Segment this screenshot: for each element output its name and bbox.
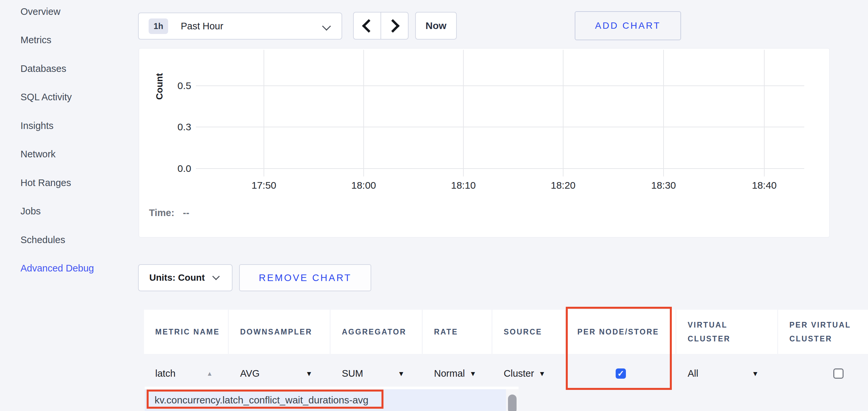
column-header-rate: RATE — [423, 310, 492, 354]
dropdown-scrollbar[interactable] — [506, 389, 519, 411]
dropdown-scrollbar-thumb[interactable] — [508, 395, 517, 411]
dropdown-arrow-up-icon[interactable]: ▲ — [207, 370, 213, 377]
remove-chart-button[interactable]: REMOVE CHART — [239, 264, 371, 291]
gridline — [196, 168, 804, 169]
sidebar-item-insights[interactable]: Insights — [0, 111, 139, 140]
dropdown-arrow-icon[interactable]: ▼ — [539, 370, 546, 377]
custom-chart-panel: Count 0.5 0.3 0.0 17:50 18:00 18:10 18:2… — [139, 48, 830, 238]
x-axis-tick: 18:10 — [440, 180, 487, 191]
per-node-store-cell: ✓ — [566, 356, 676, 390]
dropdown-arrow-icon[interactable]: ▼ — [398, 370, 405, 377]
y-axis-tick: 0.0 — [139, 163, 191, 174]
per-node-store-checkbox[interactable]: ✓ — [616, 369, 626, 379]
time-range-badge: 1h — [149, 19, 168, 34]
source-select[interactable]: Cluster ▼ — [492, 356, 565, 390]
add-chart-button[interactable]: ADD CHART — [575, 11, 681, 40]
per-virtual-cluster-checkbox[interactable]: ✓ — [833, 369, 843, 379]
units-dropdown-label: Units: Count — [149, 272, 205, 283]
gridline — [363, 50, 364, 176]
units-dropdown[interactable]: Units: Count — [138, 264, 232, 291]
y-axis-tick: 0.3 — [139, 122, 191, 133]
downsampler-select[interactable]: AVG ▼ — [229, 356, 330, 390]
aggregator-value: SUM — [342, 368, 363, 379]
sidebar-item-jobs[interactable]: Jobs — [0, 197, 139, 226]
chevron-down-icon — [212, 273, 220, 280]
time-next-button[interactable] — [381, 12, 409, 40]
downsampler-value: AVG — [240, 368, 259, 379]
time-prev-button[interactable] — [353, 12, 381, 40]
aggregator-select[interactable]: SUM ▼ — [331, 356, 422, 390]
dropdown-arrow-icon[interactable]: ▼ — [752, 370, 759, 377]
metric-suggestions-dropdown: kv.concurrency.latch_conflict_wait_durat… — [145, 386, 519, 411]
virtual-cluster-select[interactable]: All ▼ — [676, 356, 777, 390]
dropdown-arrow-icon[interactable]: ▼ — [469, 370, 476, 377]
sidebar-item-overview[interactable]: Overview — [0, 0, 139, 26]
column-header-per-node-store: PER NODE/STORE — [566, 310, 676, 354]
column-header-per-virtual-cluster: PER VIRTUAL CLUSTER — [778, 310, 868, 354]
virtual-cluster-value: All — [688, 368, 698, 379]
column-header-downsampler: DOWNSAMPLER — [229, 310, 330, 354]
now-button[interactable]: Now — [415, 12, 457, 40]
column-header-virtual-cluster: VIRTUAL CLUSTER — [676, 310, 777, 354]
sidebar-item-schedules[interactable]: Schedules — [0, 226, 139, 254]
sidebar: Overview Metrics Databases SQL Activity … — [0, 0, 139, 283]
chevron-left-icon — [362, 19, 376, 32]
gridline — [563, 50, 563, 176]
sidebar-item-sql-activity[interactable]: SQL Activity — [0, 83, 139, 112]
x-axis-tick: 17:50 — [241, 180, 287, 191]
gridline — [196, 127, 804, 127]
gridline — [196, 85, 804, 86]
rate-value: Normal — [434, 368, 465, 379]
time-range-nav — [353, 12, 409, 40]
dropdown-arrow-icon[interactable]: ▼ — [306, 370, 312, 377]
chevron-down-icon — [322, 22, 331, 31]
source-value: Cluster — [504, 368, 534, 379]
column-header-metric-name: METRIC NAME — [144, 310, 228, 354]
sidebar-item-advanced-debug[interactable]: Advanced Debug — [0, 254, 139, 283]
sidebar-item-databases[interactable]: Databases — [0, 55, 139, 83]
gridline — [764, 50, 765, 176]
y-axis-tick: 0.5 — [139, 80, 191, 91]
metric-name-select[interactable]: latch ▲ — [144, 356, 228, 390]
column-header-aggregator: AGGREGATOR — [331, 310, 422, 354]
check-icon: ✓ — [617, 369, 624, 378]
sidebar-item-network[interactable]: Network — [0, 140, 139, 169]
sidebar-item-hot-ranges[interactable]: Hot Ranges — [0, 169, 139, 197]
time-range-selector[interactable]: 1h Past Hour — [138, 12, 342, 40]
metric-suggestion-item[interactable]: kv.concurrency.latch_conflict_wait_durat… — [145, 389, 506, 411]
per-virtual-cluster-cell: ✓ — [778, 356, 868, 390]
hover-time-caption: Time:-- — [149, 207, 189, 218]
gridline — [264, 50, 264, 176]
x-axis-tick: 18:00 — [341, 180, 387, 191]
rate-select[interactable]: Normal ▼ — [423, 356, 492, 390]
x-axis-tick: 18:20 — [540, 180, 586, 191]
sidebar-item-metrics[interactable]: Metrics — [0, 26, 139, 55]
x-axis-tick: 18:30 — [641, 180, 687, 191]
hover-time-label: Time: — [149, 207, 175, 218]
time-range-label: Past Hour — [181, 21, 223, 32]
chevron-right-icon — [386, 19, 400, 32]
gridline — [463, 50, 464, 176]
x-axis-tick: 18:40 — [741, 180, 787, 191]
gridline — [663, 50, 664, 176]
advanced-debug-custom-chart-page: Overview Metrics Databases SQL Activity … — [0, 0, 868, 411]
metric-name-value[interactable]: latch — [155, 368, 175, 379]
hover-time-value: -- — [183, 207, 189, 218]
column-header-source: SOURCE — [492, 310, 565, 354]
